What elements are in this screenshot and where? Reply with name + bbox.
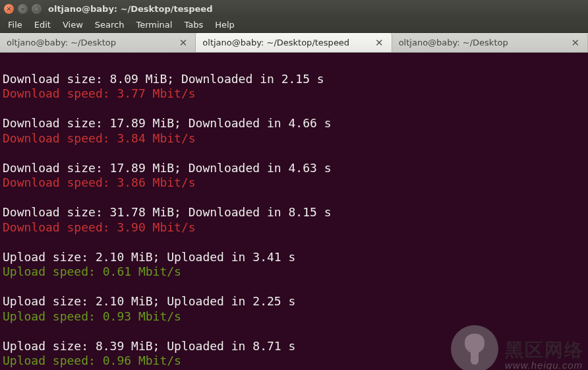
tab-close-icon[interactable]: ✕	[178, 37, 189, 49]
download-speed: Download speed: 3.86 Mbit/s	[3, 175, 585, 191]
upload-speed: Upload speed: 0.96 Mbit/s	[3, 354, 585, 369]
window-buttons: ✕ – ▢	[4, 4, 42, 14]
tab-close-icon[interactable]: ✕	[570, 37, 581, 49]
tab-close-icon[interactable]: ✕	[374, 37, 385, 49]
tab-tespeed[interactable]: oltjano@baby: ~/Desktop/tespeed ✕	[196, 33, 392, 52]
blank-line	[3, 191, 585, 206]
upload-info: Upload size: 8.39 MiB; Uploaded in 8.71 …	[3, 339, 585, 354]
menu-help[interactable]: Help	[210, 18, 240, 31]
blank-line	[3, 324, 585, 339]
upload-speed: Upload speed: 0.61 Mbit/s	[3, 264, 585, 280]
menu-edit[interactable]: Edit	[29, 18, 56, 31]
download-info: Download size: 17.89 MiB; Downloaded in …	[3, 116, 585, 131]
blank-line	[3, 57, 585, 72]
menubar: File Edit View Search Terminal Tabs Help	[0, 17, 588, 33]
download-info: Download size: 8.09 MiB; Downloaded in 2…	[3, 72, 585, 87]
upload-info: Upload size: 2.10 MiB; Uploaded in 3.41 …	[3, 250, 585, 265]
tab-label: oltjano@baby: ~/Desktop/tespeed	[202, 38, 349, 47]
blank-line	[3, 146, 585, 161]
download-speed: Download speed: 3.90 Mbit/s	[3, 220, 585, 235]
blank-line	[3, 102, 585, 117]
window-title: oltjano@baby: ~/Desktop/tespeed	[48, 4, 212, 14]
download-info: Download size: 31.78 MiB; Downloaded in …	[3, 205, 585, 220]
terminal-area[interactable]: Download size: 8.09 MiB; Downloaded in 2…	[0, 53, 588, 370]
menu-terminal[interactable]: Terminal	[131, 18, 177, 31]
blank-line	[3, 235, 585, 250]
tab-desktop-1[interactable]: oltjano@baby: ~/Desktop ✕	[0, 33, 196, 52]
download-speed: Download speed: 3.77 Mbit/s	[3, 86, 585, 102]
close-icon[interactable]: ✕	[4, 4, 14, 14]
menu-file[interactable]: File	[3, 18, 28, 31]
titlebar: ✕ – ▢ oltjano@baby: ~/Desktop/tespeed	[0, 0, 588, 17]
tab-desktop-2[interactable]: oltjano@baby: ~/Desktop ✕	[392, 33, 588, 52]
upload-speed: Upload speed: 0.93 Mbit/s	[3, 309, 585, 324]
maximize-icon[interactable]: ▢	[32, 4, 42, 14]
menu-tabs[interactable]: Tabs	[179, 18, 208, 31]
download-speed: Download speed: 3.84 Mbit/s	[3, 131, 585, 146]
tab-label: oltjano@baby: ~/Desktop	[7, 38, 116, 47]
tab-label: oltjano@baby: ~/Desktop	[399, 38, 508, 47]
blank-line	[3, 280, 585, 295]
upload-info: Upload size: 2.10 MiB; Uploaded in 2.25 …	[3, 294, 585, 309]
tabbar: oltjano@baby: ~/Desktop ✕ oltjano@baby: …	[0, 33, 588, 53]
download-info: Download size: 17.89 MiB; Downloaded in …	[3, 161, 585, 176]
menu-search[interactable]: Search	[90, 18, 130, 31]
minimize-icon[interactable]: –	[18, 4, 28, 14]
menu-view[interactable]: View	[57, 18, 88, 31]
